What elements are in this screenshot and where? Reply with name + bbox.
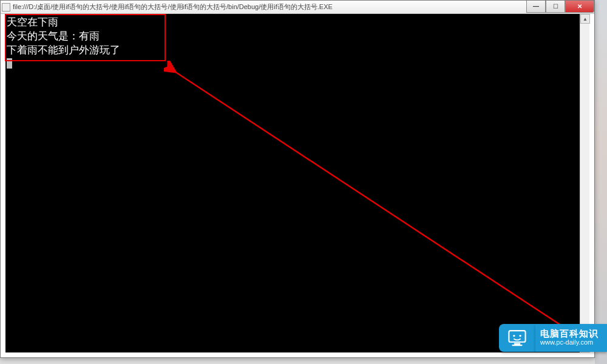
close-button[interactable] bbox=[565, 1, 594, 13]
watermark-title: 电脑百科知识 bbox=[540, 329, 599, 338]
background-blur bbox=[595, 0, 607, 364]
svg-point-4 bbox=[513, 335, 515, 337]
window-controls bbox=[526, 1, 594, 13]
console-line: 下着雨不能到户外游玩了 bbox=[7, 44, 120, 56]
titlebar[interactable]: file:///D:/桌面/使用if语句的大括号/使用if语句的大括号/使用if… bbox=[1, 1, 594, 14]
vertical-scrollbar[interactable]: ▲ ▼ bbox=[580, 14, 589, 352]
watermark-url: www.pc-daily.com bbox=[540, 338, 599, 346]
window-title: file:///D:/桌面/使用if语句的大括号/使用if语句的大括号/使用if… bbox=[13, 2, 593, 12]
app-icon bbox=[2, 3, 10, 12]
console-line: 天空在下雨 bbox=[7, 16, 58, 28]
svg-rect-3 bbox=[512, 345, 523, 346]
minimize-button[interactable] bbox=[526, 1, 546, 13]
maximize-button[interactable] bbox=[546, 1, 565, 13]
watermark-text: 电脑百科知识 www.pc-daily.com bbox=[535, 324, 607, 352]
console-client-area[interactable]: 天空在下雨 今天的天气是：有雨 下着雨不能到户外游玩了 bbox=[5, 14, 580, 352]
console-line: 今天的天气是：有雨 bbox=[7, 30, 100, 42]
monitor-icon bbox=[507, 329, 527, 346]
watermark-logo bbox=[499, 324, 535, 352]
watermark-badge: 电脑百科知识 www.pc-daily.com bbox=[499, 324, 607, 352]
svg-rect-2 bbox=[514, 343, 520, 345]
cursor-icon bbox=[7, 58, 12, 69]
scroll-up-arrow-icon[interactable]: ▲ bbox=[580, 14, 590, 24]
svg-point-5 bbox=[519, 335, 521, 337]
console-window: file:///D:/桌面/使用if语句的大括号/使用if语句的大括号/使用if… bbox=[0, 0, 595, 358]
console-output: 天空在下雨 今天的天气是：有雨 下着雨不能到户外游玩了 bbox=[5, 14, 580, 72]
